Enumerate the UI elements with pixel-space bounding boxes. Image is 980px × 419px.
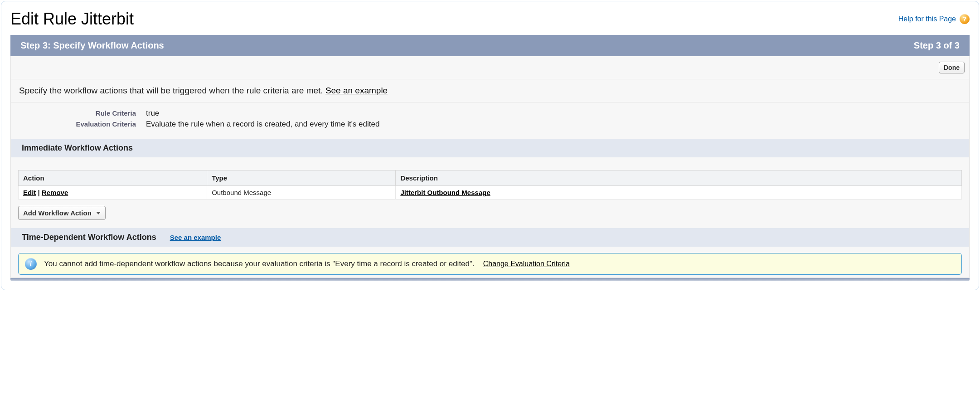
- evaluation-criteria-row: Evaluation Criteria Evaluate the rule wh…: [19, 120, 961, 129]
- time-dependent-title: Time-Dependent Workflow Actions: [22, 233, 156, 242]
- time-dependent-header: Time-Dependent Workflow Actions See an e…: [11, 228, 969, 247]
- chevron-down-icon: [96, 212, 101, 214]
- done-button[interactable]: Done: [939, 62, 965, 73]
- time-dependent-example-link[interactable]: See an example: [170, 234, 221, 241]
- info-box: i You cannot add time-dependent workflow…: [18, 253, 962, 275]
- description-cell: Jitterbit Outbound Message: [396, 186, 962, 200]
- add-workflow-action-button[interactable]: Add Workflow Action: [18, 206, 106, 220]
- description-link[interactable]: Jitterbit Outbound Message: [400, 189, 490, 196]
- actions-table: Action Type Description Edit | Remove Ou…: [18, 170, 962, 200]
- table-header-row: Action Type Description: [19, 171, 962, 186]
- col-description: Description: [396, 171, 962, 186]
- step-title: Step 3: Specify Workflow Actions: [20, 40, 164, 51]
- action-separator: |: [38, 189, 42, 196]
- evaluation-criteria-value: Evaluate the rule when a record is creat…: [146, 120, 379, 129]
- step-progress: Step 3 of 3: [914, 40, 960, 51]
- col-action: Action: [19, 171, 207, 186]
- instruction-body: Specify the workflow actions that will b…: [19, 86, 325, 95]
- step-bar: Step 3: Specify Workflow Actions Step 3 …: [10, 35, 970, 56]
- help-link-label: Help for this Page: [898, 15, 956, 23]
- remove-link[interactable]: Remove: [42, 189, 68, 196]
- table-row: Edit | Remove Outbound Message Jitterbit…: [19, 186, 962, 200]
- info-icon: i: [25, 258, 37, 270]
- rule-criteria-row: Rule Criteria true: [19, 109, 961, 118]
- type-cell: Outbound Message: [207, 186, 396, 200]
- time-dependent-body: i You cannot add time-dependent workflow…: [11, 247, 969, 278]
- edit-link[interactable]: Edit: [23, 189, 36, 196]
- info-content: You cannot add time-dependent workflow a…: [44, 259, 570, 268]
- action-cell: Edit | Remove: [19, 186, 207, 200]
- rule-criteria-label: Rule Criteria: [19, 109, 146, 117]
- col-type: Type: [207, 171, 396, 186]
- rule-criteria-value: true: [146, 109, 159, 118]
- immediate-actions-title: Immediate Workflow Actions: [22, 143, 133, 153]
- criteria-section: Rule Criteria true Evaluation Criteria E…: [11, 102, 969, 139]
- evaluation-criteria-label: Evaluation Criteria: [19, 120, 146, 128]
- help-link[interactable]: Help for this Page ?: [898, 14, 970, 24]
- help-icon: ?: [960, 14, 970, 24]
- info-text: You cannot add time-dependent workflow a…: [44, 259, 475, 268]
- main-panel: Done Specify the workflow actions that w…: [10, 56, 970, 278]
- immediate-actions-header: Immediate Workflow Actions: [11, 139, 969, 157]
- panel-bottom-shadow: [10, 278, 970, 281]
- page-title: Edit Rule Jitterbit: [10, 10, 134, 29]
- add-workflow-action-label: Add Workflow Action: [23, 209, 92, 217]
- immediate-actions-body: Action Type Description Edit | Remove Ou…: [11, 157, 969, 228]
- see-example-link[interactable]: See an example: [325, 86, 388, 95]
- page-container: Edit Rule Jitterbit Help for this Page ?…: [1, 1, 979, 290]
- button-row: Done: [11, 56, 969, 79]
- change-evaluation-criteria-link[interactable]: Change Evaluation Criteria: [483, 260, 570, 268]
- page-header: Edit Rule Jitterbit Help for this Page ?: [10, 10, 970, 29]
- instruction-text: Specify the workflow actions that will b…: [11, 79, 969, 102]
